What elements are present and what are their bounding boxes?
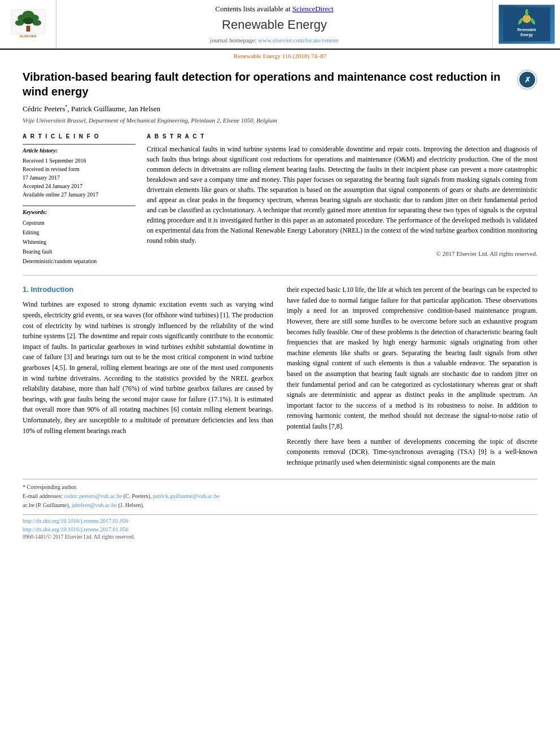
svg-text:Renewable: Renewable xyxy=(517,28,536,32)
keyword-1: Cepstrum xyxy=(23,218,135,228)
keyword-5: Deterministic/random separation xyxy=(23,256,135,266)
email-helsen-name: (J. Helsen). xyxy=(118,502,144,508)
keyword-2: Editing xyxy=(23,228,135,237)
elsevier-logo-container: ELSEVIER xyxy=(0,0,56,49)
sciencedirect-link[interactable]: ScienceDirect xyxy=(292,5,334,13)
email-peeters[interactable]: cedric.peeters@vub.ac.be xyxy=(64,493,122,499)
article-history-label: Article history: xyxy=(23,147,135,155)
article-title-section: Vibration-based bearing fault detection … xyxy=(23,69,537,99)
intro-right-paragraph-2: Recently there have been a number of dev… xyxy=(287,436,537,468)
copyright-line: © 2017 Elsevier Ltd. All rights reserved… xyxy=(147,249,537,259)
journal-name: Renewable Energy xyxy=(222,16,327,34)
svg-text:ELSEVIER: ELSEVIER xyxy=(20,34,37,38)
email-guillaume[interactable]: patrick.guillaume@vub.ac.be xyxy=(153,493,220,499)
received-revised-date: 17 January 2017 xyxy=(23,173,135,182)
crossmark-icon: ✗ xyxy=(517,69,537,90)
svg-point-5 xyxy=(23,18,33,24)
sciencedirect-prefix: Contents lists available at xyxy=(215,5,292,13)
keywords-section: Keywords: Cepstrum Editing Whitening Bea… xyxy=(23,206,135,266)
footer-copyright: 0960-1481/© 2017 Elsevier Ltd. All right… xyxy=(23,534,135,540)
sciencedirect-line: Contents lists available at ScienceDirec… xyxy=(215,4,333,14)
intro-right-text: their expected basic L10 life, the life … xyxy=(287,285,537,468)
received-revised-label: Received in revised form xyxy=(23,165,135,173)
footer-doi-display: http://dx.doi.org/10.1016/j.renene.2017.… xyxy=(23,526,537,534)
keywords-label: Keywords: xyxy=(23,208,135,216)
email-peeters-name: (C. Peeters), xyxy=(124,493,153,499)
elsevier-logo-svg: ELSEVIER xyxy=(6,7,51,41)
abstract-paragraph: Critical mechanical faults in wind turbi… xyxy=(147,144,537,246)
authors-line: Cédric Peeters*, Patrick Guillaume, Jan … xyxy=(23,103,537,114)
footnotes-section: * Corresponding author. E-mail addresses… xyxy=(23,479,537,510)
corresponding-author-note: * Corresponding author. xyxy=(23,483,537,492)
svg-point-11 xyxy=(525,9,528,16)
article-title: Vibration-based bearing fault detection … xyxy=(23,69,517,99)
homepage-prefix: journal homepage: xyxy=(210,37,258,43)
homepage-link[interactable]: www.elsevier.com/locate/renene xyxy=(258,37,339,43)
journal-center-header: Contents lists available at ScienceDirec… xyxy=(56,0,492,49)
article-info-header: A R T I C L E I N F O xyxy=(23,133,135,141)
email-middle: ac.be (P. Guillaume), xyxy=(23,502,72,508)
email-label: E-mail addresses: xyxy=(23,493,63,499)
available-date: Available online 27 January 2017 xyxy=(23,190,135,199)
renewable-energy-logo: Renewable Energy xyxy=(498,5,555,44)
section-divider xyxy=(23,275,537,276)
journal-header-wrapper: ELSEVIER Contents lists available at Sci… xyxy=(0,0,560,50)
intro-section-title: 1. Introduction xyxy=(23,285,273,295)
intro-paragraph-1: Wind turbines are exposed to strong dyna… xyxy=(23,299,273,436)
intro-right-paragraph-1: their expected basic L10 life, the life … xyxy=(287,285,537,431)
intro-right-column: their expected basic L10 life, the life … xyxy=(287,285,537,472)
svg-text:✗: ✗ xyxy=(524,76,531,84)
svg-point-4 xyxy=(15,20,23,25)
renewable-energy-logo-container: Renewable Energy xyxy=(492,0,560,49)
article-info-line: Renewable Energy 116 (2018) 74–87 xyxy=(0,50,560,60)
article-body-header: A R T I C L E I N F O Article history: R… xyxy=(23,133,537,266)
article-info-box: Article history: Received 1 September 20… xyxy=(23,144,135,199)
journal-homepage-line: journal homepage: www.elsevier.com/locat… xyxy=(210,36,339,45)
introduction-section: 1. Introduction Wind turbines are expose… xyxy=(23,285,537,472)
authors-text: Cédric Peeters*, Patrick Guillaume, Jan … xyxy=(23,104,160,113)
keyword-4: Bearing fault xyxy=(23,247,135,256)
keyword-3: Whitening xyxy=(23,237,135,247)
article-info-column: A R T I C L E I N F O Article history: R… xyxy=(23,133,135,266)
abstract-column: A B S T R A C T Critical mechanical faul… xyxy=(147,133,537,266)
intro-left-text: Wind turbines are exposed to strong dyna… xyxy=(23,299,273,436)
main-content: Vibration-based bearing fault detection … xyxy=(0,60,560,552)
doi-link[interactable]: http://dx.doi.org/10.1016/j.renene.2017.… xyxy=(23,518,128,524)
svg-rect-7 xyxy=(26,26,30,32)
doi-display-link[interactable]: http://dx.doi.org/10.1016/j.renene.2017.… xyxy=(23,526,128,532)
received-date: Received 1 September 2016 xyxy=(23,156,135,165)
email-helsen[interactable]: jahelsen@vub.ac.be xyxy=(72,502,117,508)
intro-left-column: 1. Introduction Wind turbines are expose… xyxy=(23,285,273,472)
footer-bar: http://dx.doi.org/10.1016/j.renene.2017.… xyxy=(23,514,537,541)
abstract-header: A B S T R A C T xyxy=(147,133,537,141)
accepted-date: Accepted 24 January 2017 xyxy=(23,182,135,190)
svg-point-6 xyxy=(32,20,41,25)
affiliation: Vrije Universiteit Brussel, Department o… xyxy=(23,116,537,125)
email-line: E-mail addresses: cedric.peeters@vub.ac.… xyxy=(23,492,537,510)
abstract-text: Critical mechanical faults in wind turbi… xyxy=(147,144,537,259)
svg-text:Energy: Energy xyxy=(520,33,533,37)
